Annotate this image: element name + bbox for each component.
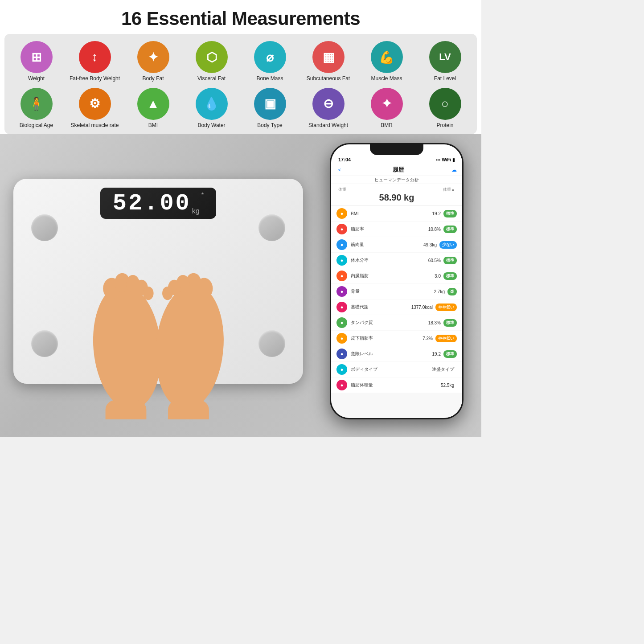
phone-subtitle: ヒューマンデータ分析 bbox=[331, 176, 462, 184]
phone-metric-row: ●骨量2.7kg楽 bbox=[331, 284, 462, 299]
phone-metric-row: ●脂肪率10.8%標準 bbox=[331, 222, 462, 237]
phone-metric-icon: ● bbox=[336, 208, 347, 219]
measure-icon-visceral-fat: ⬡ bbox=[196, 41, 228, 73]
measure-item-body-type: ▣Body Type bbox=[242, 88, 297, 129]
phone-metric-badge: 少ない bbox=[439, 241, 457, 249]
measure-label-weight: Weight bbox=[28, 75, 45, 82]
phone-metric-value: 49.3kg bbox=[423, 242, 437, 247]
phone-metric-row: ●BMI19.2標準 bbox=[331, 206, 462, 221]
phone-metric-row: ●筋肉量49.3kg少ない bbox=[331, 237, 462, 252]
svg-rect-12 bbox=[106, 400, 147, 419]
phone-metric-row: ●体水分率60.5%標準 bbox=[331, 253, 462, 268]
measure-label-protein: Protein bbox=[436, 122, 453, 129]
phone-container: 17:04 ▪▪▪ WiFi ▮ ＜ 履歴 ☁ ヒューマンデータ分析 bbox=[330, 143, 472, 428]
phone-weight-value: 58.90 kg bbox=[338, 193, 455, 203]
phone-metric-value: 1377.0kcal bbox=[411, 305, 433, 310]
phone-metric-icon: ● bbox=[336, 317, 347, 328]
phone-metric-name: BMI bbox=[351, 211, 432, 216]
measure-item-fat-free-body-weight: ↕Fat-free Body Weight bbox=[67, 41, 122, 82]
phone-metric-icon: ● bbox=[336, 302, 347, 312]
phone-metric-value: 19.2 bbox=[432, 352, 441, 357]
measure-label-bmi: BMI bbox=[148, 122, 158, 129]
measure-item-protein: ○Protein bbox=[418, 88, 472, 129]
phone-metric-value: 18.3% bbox=[428, 320, 441, 325]
phone-metric-name: ボディタイプ bbox=[351, 366, 432, 373]
measure-label-fat-level: Fat Level bbox=[434, 75, 456, 82]
measure-label-fat-free-body-weight: Fat-free Body Weight bbox=[70, 75, 120, 82]
measure-icon-standard-weight: ⊖ bbox=[312, 88, 345, 120]
phone-metric-badge: やや低い bbox=[435, 335, 457, 342]
measure-icon-weight: ⊞ bbox=[21, 41, 53, 73]
phone-status-icons: ▪▪▪ WiFi ▮ bbox=[436, 157, 455, 162]
phone-metric-row: ●皮下脂肪率7.2%やや低い bbox=[331, 331, 462, 346]
phone-metric-badge: 標準 bbox=[443, 350, 457, 358]
page-wrapper: 16 Essential Measurements ⊞Weight↕Fat-fr… bbox=[0, 0, 481, 437]
phone-metric-row: ●内臓脂肪3.0標準 bbox=[331, 268, 462, 283]
phone-metric-icon: ● bbox=[336, 271, 347, 281]
phone-metric-badge: やや低い bbox=[435, 304, 457, 311]
phone-metric-value: 連盛タイプ bbox=[432, 366, 454, 373]
measure-label-body-fat: Body Fat bbox=[142, 75, 164, 82]
phone-metric-icon: ● bbox=[336, 380, 347, 390]
measure-label-bone-mass: Bone Mass bbox=[256, 75, 283, 82]
phone-metrics-list: ●BMI19.2標準●脂肪率10.8%標準●筋肉量49.3kg少ない●体水分率6… bbox=[331, 206, 462, 418]
measure-item-subcutaneous-fat: ▦Subcutaneous Fat bbox=[301, 41, 356, 82]
phone-metric-badge: 標準 bbox=[443, 226, 457, 233]
phone-share-button[interactable]: ☁ bbox=[451, 167, 457, 173]
phone-metric-value: 10.8% bbox=[428, 227, 441, 232]
measure-item-fat-level: LVFat Level bbox=[418, 41, 472, 82]
phone-weight-display: 体重 体重▲ 58.90 kg bbox=[331, 184, 462, 206]
bottom-section: 52.00 kg * INSMART bbox=[0, 134, 481, 437]
phone-metric-name: 筋肉量 bbox=[351, 242, 423, 248]
measure-icon-body-water: 💧 bbox=[196, 88, 228, 120]
measure-item-weight: ⊞Weight bbox=[9, 41, 64, 82]
svg-point-11 bbox=[162, 287, 173, 300]
header: 16 Essential Measurements bbox=[0, 0, 481, 34]
measure-icon-protein: ○ bbox=[429, 88, 461, 120]
measure-label-visceral-fat: Visceral Fat bbox=[197, 75, 226, 82]
phone-metric-name: 皮下脂肪率 bbox=[351, 335, 422, 341]
phone-nav-bar[interactable]: ＜ 履歴 ☁ bbox=[331, 164, 462, 176]
phone-metric-row: ●危険レベル19.2標準 bbox=[331, 346, 462, 361]
measure-label-biological-age: Biological Age bbox=[20, 122, 53, 129]
phone-screen: 17:04 ▪▪▪ WiFi ▮ ＜ 履歴 ☁ ヒューマンデータ分析 bbox=[331, 144, 462, 418]
phone-metric-value: 2.7kg bbox=[434, 289, 445, 294]
phone-metric-row: ●脂肪体積量52.5kg bbox=[331, 377, 462, 393]
phone-metric-row: ●基礎代謝1377.0kcalやや低い bbox=[331, 299, 462, 315]
phone-metric-icon: ● bbox=[336, 286, 347, 297]
phone-metric-badge: 標準 bbox=[443, 257, 457, 264]
measure-item-standard-weight: ⊖Standard Weight bbox=[301, 88, 356, 129]
phone-metric-row: ●タンパク質18.3%標準 bbox=[331, 315, 462, 330]
measure-item-body-water: 💧Body Water bbox=[184, 88, 239, 129]
phone-metric-value: 52.5kg bbox=[441, 383, 454, 388]
phone-metric-value: 60.5% bbox=[428, 258, 441, 263]
phone-metric-value: 3.0 bbox=[435, 274, 441, 279]
measure-item-bmr: ✦BMR bbox=[359, 88, 414, 129]
phone-metric-icon: ● bbox=[336, 333, 347, 344]
phone-metric-row: ●ボディタイプ連盛タイプ bbox=[331, 362, 462, 377]
measure-item-visceral-fat: ⬡Visceral Fat bbox=[184, 41, 239, 82]
measure-icon-body-type: ▣ bbox=[254, 88, 286, 120]
svg-rect-13 bbox=[168, 400, 209, 419]
phone-body: 17:04 ▪▪▪ WiFi ▮ ＜ 履歴 ☁ ヒューマンデータ分析 bbox=[330, 143, 464, 419]
phone-metric-name: タンパク質 bbox=[351, 320, 428, 326]
phone-metric-name: 危険レベル bbox=[351, 351, 432, 357]
phone-time: 17:04 bbox=[338, 157, 351, 162]
phone-metric-icon: ● bbox=[336, 224, 347, 234]
measure-icon-subcutaneous-fat: ▦ bbox=[312, 41, 345, 73]
measure-label-standard-weight: Standard Weight bbox=[308, 122, 348, 129]
measure-item-bmi: ▲BMI bbox=[126, 88, 180, 129]
phone-metric-icon: ● bbox=[336, 239, 347, 250]
phone-back-button[interactable]: ＜ bbox=[336, 166, 342, 174]
phone-nav-title: 履歴 bbox=[345, 166, 451, 174]
phone-metric-name: 体水分率 bbox=[351, 257, 428, 263]
measure-label-body-type: Body Type bbox=[257, 122, 282, 129]
measure-item-biological-age: 🧍Biological Age bbox=[9, 88, 64, 129]
phone-metric-badge: 楽 bbox=[447, 288, 457, 295]
measure-icon-bmi: ▲ bbox=[137, 88, 169, 120]
measure-icon-bmr: ✦ bbox=[371, 88, 403, 120]
phone-metric-name: 脂肪率 bbox=[351, 226, 428, 232]
measure-item-skeletal-muscle-rate: ⚙Skeletal muscle rate bbox=[67, 88, 122, 129]
measure-icon-fat-free-body-weight: ↕ bbox=[79, 41, 111, 73]
measure-icon-biological-age: 🧍 bbox=[21, 88, 53, 120]
